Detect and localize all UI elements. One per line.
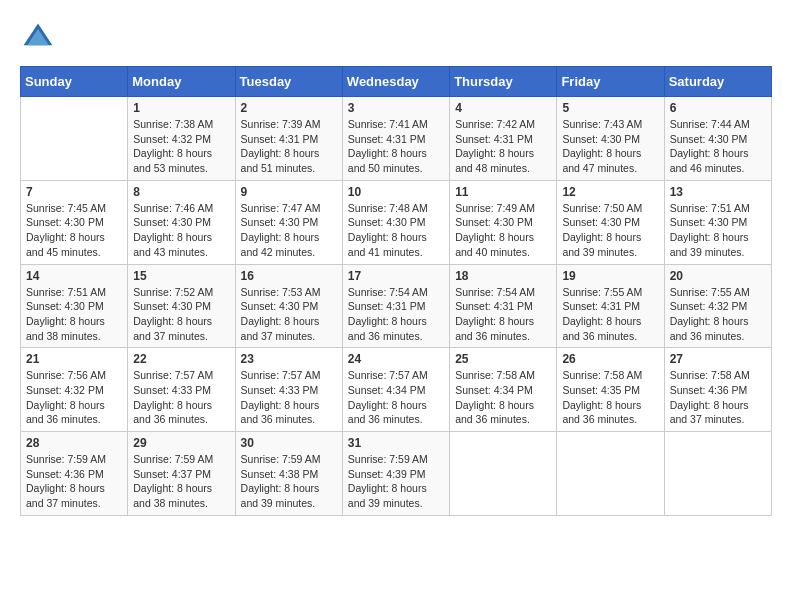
day-number: 18 (455, 269, 551, 283)
weekday-header-friday: Friday (557, 67, 664, 97)
day-cell: 22Sunrise: 7:57 AMSunset: 4:33 PMDayligh… (128, 348, 235, 432)
day-info: Sunrise: 7:49 AMSunset: 4:30 PMDaylight:… (455, 201, 551, 260)
day-number: 2 (241, 101, 337, 115)
day-cell: 6Sunrise: 7:44 AMSunset: 4:30 PMDaylight… (664, 97, 771, 181)
logo (20, 20, 60, 56)
day-info: Sunrise: 7:44 AMSunset: 4:30 PMDaylight:… (670, 117, 766, 176)
day-cell: 5Sunrise: 7:43 AMSunset: 4:30 PMDaylight… (557, 97, 664, 181)
day-number: 26 (562, 352, 658, 366)
day-number: 17 (348, 269, 444, 283)
day-cell (21, 97, 128, 181)
day-info: Sunrise: 7:45 AMSunset: 4:30 PMDaylight:… (26, 201, 122, 260)
day-cell: 1Sunrise: 7:38 AMSunset: 4:32 PMDaylight… (128, 97, 235, 181)
day-info: Sunrise: 7:38 AMSunset: 4:32 PMDaylight:… (133, 117, 229, 176)
day-number: 7 (26, 185, 122, 199)
day-cell: 28Sunrise: 7:59 AMSunset: 4:36 PMDayligh… (21, 432, 128, 516)
day-number: 27 (670, 352, 766, 366)
day-cell: 8Sunrise: 7:46 AMSunset: 4:30 PMDaylight… (128, 180, 235, 264)
weekday-row: SundayMondayTuesdayWednesdayThursdayFrid… (21, 67, 772, 97)
day-number: 1 (133, 101, 229, 115)
day-number: 9 (241, 185, 337, 199)
day-info: Sunrise: 7:43 AMSunset: 4:30 PMDaylight:… (562, 117, 658, 176)
week-row-4: 21Sunrise: 7:56 AMSunset: 4:32 PMDayligh… (21, 348, 772, 432)
day-number: 14 (26, 269, 122, 283)
day-cell: 3Sunrise: 7:41 AMSunset: 4:31 PMDaylight… (342, 97, 449, 181)
day-info: Sunrise: 7:55 AMSunset: 4:31 PMDaylight:… (562, 285, 658, 344)
day-cell: 25Sunrise: 7:58 AMSunset: 4:34 PMDayligh… (450, 348, 557, 432)
day-info: Sunrise: 7:39 AMSunset: 4:31 PMDaylight:… (241, 117, 337, 176)
day-info: Sunrise: 7:50 AMSunset: 4:30 PMDaylight:… (562, 201, 658, 260)
day-cell: 18Sunrise: 7:54 AMSunset: 4:31 PMDayligh… (450, 264, 557, 348)
calendar: SundayMondayTuesdayWednesdayThursdayFrid… (20, 66, 772, 516)
day-info: Sunrise: 7:59 AMSunset: 4:38 PMDaylight:… (241, 452, 337, 511)
day-number: 30 (241, 436, 337, 450)
day-info: Sunrise: 7:51 AMSunset: 4:30 PMDaylight:… (26, 285, 122, 344)
day-cell: 20Sunrise: 7:55 AMSunset: 4:32 PMDayligh… (664, 264, 771, 348)
day-cell: 7Sunrise: 7:45 AMSunset: 4:30 PMDaylight… (21, 180, 128, 264)
page-header (20, 20, 772, 56)
day-info: Sunrise: 7:57 AMSunset: 4:34 PMDaylight:… (348, 368, 444, 427)
day-number: 16 (241, 269, 337, 283)
day-number: 4 (455, 101, 551, 115)
day-info: Sunrise: 7:59 AMSunset: 4:37 PMDaylight:… (133, 452, 229, 511)
weekday-header-saturday: Saturday (664, 67, 771, 97)
day-cell: 29Sunrise: 7:59 AMSunset: 4:37 PMDayligh… (128, 432, 235, 516)
day-number: 28 (26, 436, 122, 450)
day-info: Sunrise: 7:48 AMSunset: 4:30 PMDaylight:… (348, 201, 444, 260)
day-number: 10 (348, 185, 444, 199)
day-cell: 21Sunrise: 7:56 AMSunset: 4:32 PMDayligh… (21, 348, 128, 432)
weekday-header-wednesday: Wednesday (342, 67, 449, 97)
day-number: 15 (133, 269, 229, 283)
day-cell: 15Sunrise: 7:52 AMSunset: 4:30 PMDayligh… (128, 264, 235, 348)
day-cell: 11Sunrise: 7:49 AMSunset: 4:30 PMDayligh… (450, 180, 557, 264)
day-cell: 19Sunrise: 7:55 AMSunset: 4:31 PMDayligh… (557, 264, 664, 348)
day-cell: 17Sunrise: 7:54 AMSunset: 4:31 PMDayligh… (342, 264, 449, 348)
day-info: Sunrise: 7:42 AMSunset: 4:31 PMDaylight:… (455, 117, 551, 176)
day-info: Sunrise: 7:51 AMSunset: 4:30 PMDaylight:… (670, 201, 766, 260)
day-info: Sunrise: 7:59 AMSunset: 4:36 PMDaylight:… (26, 452, 122, 511)
day-cell (450, 432, 557, 516)
day-info: Sunrise: 7:52 AMSunset: 4:30 PMDaylight:… (133, 285, 229, 344)
day-number: 12 (562, 185, 658, 199)
day-info: Sunrise: 7:41 AMSunset: 4:31 PMDaylight:… (348, 117, 444, 176)
day-cell: 24Sunrise: 7:57 AMSunset: 4:34 PMDayligh… (342, 348, 449, 432)
day-info: Sunrise: 7:57 AMSunset: 4:33 PMDaylight:… (241, 368, 337, 427)
day-info: Sunrise: 7:53 AMSunset: 4:30 PMDaylight:… (241, 285, 337, 344)
day-number: 5 (562, 101, 658, 115)
calendar-body: 1Sunrise: 7:38 AMSunset: 4:32 PMDaylight… (21, 97, 772, 516)
week-row-3: 14Sunrise: 7:51 AMSunset: 4:30 PMDayligh… (21, 264, 772, 348)
day-number: 19 (562, 269, 658, 283)
day-cell: 26Sunrise: 7:58 AMSunset: 4:35 PMDayligh… (557, 348, 664, 432)
day-number: 31 (348, 436, 444, 450)
day-info: Sunrise: 7:56 AMSunset: 4:32 PMDaylight:… (26, 368, 122, 427)
day-info: Sunrise: 7:59 AMSunset: 4:39 PMDaylight:… (348, 452, 444, 511)
day-info: Sunrise: 7:46 AMSunset: 4:30 PMDaylight:… (133, 201, 229, 260)
day-number: 11 (455, 185, 551, 199)
day-info: Sunrise: 7:58 AMSunset: 4:36 PMDaylight:… (670, 368, 766, 427)
weekday-header-sunday: Sunday (21, 67, 128, 97)
day-number: 6 (670, 101, 766, 115)
day-info: Sunrise: 7:58 AMSunset: 4:35 PMDaylight:… (562, 368, 658, 427)
logo-icon (20, 20, 56, 56)
day-number: 23 (241, 352, 337, 366)
day-number: 3 (348, 101, 444, 115)
day-cell: 14Sunrise: 7:51 AMSunset: 4:30 PMDayligh… (21, 264, 128, 348)
weekday-header-tuesday: Tuesday (235, 67, 342, 97)
day-cell: 16Sunrise: 7:53 AMSunset: 4:30 PMDayligh… (235, 264, 342, 348)
day-number: 20 (670, 269, 766, 283)
calendar-header: SundayMondayTuesdayWednesdayThursdayFrid… (21, 67, 772, 97)
day-cell (557, 432, 664, 516)
day-cell: 23Sunrise: 7:57 AMSunset: 4:33 PMDayligh… (235, 348, 342, 432)
day-info: Sunrise: 7:57 AMSunset: 4:33 PMDaylight:… (133, 368, 229, 427)
day-number: 22 (133, 352, 229, 366)
day-info: Sunrise: 7:47 AMSunset: 4:30 PMDaylight:… (241, 201, 337, 260)
day-number: 8 (133, 185, 229, 199)
day-number: 29 (133, 436, 229, 450)
week-row-5: 28Sunrise: 7:59 AMSunset: 4:36 PMDayligh… (21, 432, 772, 516)
day-cell: 27Sunrise: 7:58 AMSunset: 4:36 PMDayligh… (664, 348, 771, 432)
day-number: 25 (455, 352, 551, 366)
day-cell: 13Sunrise: 7:51 AMSunset: 4:30 PMDayligh… (664, 180, 771, 264)
day-info: Sunrise: 7:58 AMSunset: 4:34 PMDaylight:… (455, 368, 551, 427)
day-info: Sunrise: 7:54 AMSunset: 4:31 PMDaylight:… (455, 285, 551, 344)
week-row-1: 1Sunrise: 7:38 AMSunset: 4:32 PMDaylight… (21, 97, 772, 181)
